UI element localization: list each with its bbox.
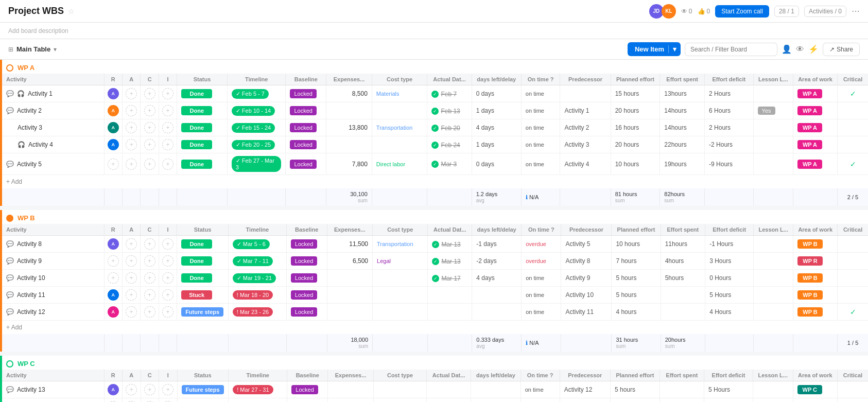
on-time-label: on time <box>526 125 544 131</box>
activity-name[interactable]: Activity 8 <box>17 240 42 248</box>
th-days: days left/delay <box>472 74 521 85</box>
chat-icon[interactable]: 💬 <box>6 107 14 114</box>
status-badge[interactable]: Done <box>181 106 212 115</box>
group-wpb: WP B Activity R A C I Status Timeline Ba… <box>0 210 868 352</box>
timeline-badge[interactable]: ! Mar 27 - 31 <box>233 385 273 394</box>
group-wpc: WP C Activity R A C I Status Timeline Ba… <box>0 356 868 402</box>
on-time-label: on time <box>525 387 544 393</box>
timeline-badge[interactable]: ✓ Feb 20 - 25 <box>232 140 275 150</box>
activity-name[interactable]: Activity 12 <box>17 308 45 316</box>
col-headers-wpb: Activity R A C I Status Timeline Baselin… <box>1 224 868 236</box>
group-wpa: WP A Activity R A C I Status Timeline Ba… <box>0 60 868 206</box>
sub-bar: Add board description <box>0 23 868 39</box>
add-row[interactable]: + Add <box>1 175 868 189</box>
chevron-down-icon[interactable]: ▾ <box>54 46 57 53</box>
group-toggle-wpa[interactable] <box>6 64 13 72</box>
main-table-label[interactable]: Main Table <box>16 45 50 53</box>
status-badge[interactable]: Future steps <box>182 385 224 394</box>
timeline-badge[interactable]: ✓ Feb 15 - 24 <box>232 123 275 133</box>
status-badge[interactable]: Done <box>181 160 212 169</box>
timeline-badge[interactable]: ✓ Mar 5 - 6 <box>233 239 270 249</box>
board-desc[interactable]: Add board description <box>8 27 68 34</box>
table-row: 💬 Activity 11 A+++Stuck! Mar 18 - 20Lock… <box>1 287 868 304</box>
timeline-badge[interactable]: ✓ Mar 7 - 11 <box>233 256 273 266</box>
search-input[interactable] <box>685 43 777 56</box>
status-badge[interactable]: Done <box>181 140 212 149</box>
status-badge[interactable]: Done <box>181 89 212 98</box>
table-container: WP A Activity R A C I Status Timeline Ba… <box>0 60 868 402</box>
area-badge: WP A <box>797 160 822 169</box>
chat-icon[interactable]: 💬 <box>6 257 14 265</box>
table-row: 💬 Activity 5 ++++Done✓ Feb 27 - Mar 3Loc… <box>1 153 868 175</box>
on-time-label: on time <box>526 161 544 167</box>
activity-name[interactable]: Activity 9 <box>17 257 42 265</box>
timeline-badge[interactable]: ! Mar 23 - 26 <box>233 307 273 317</box>
chat-icon[interactable]: 💬 <box>6 240 14 248</box>
status-badge[interactable]: Done <box>181 239 212 249</box>
group-name-wpa: WP A <box>18 64 34 72</box>
add-row[interactable]: + Add <box>1 321 868 335</box>
cost-type-badge[interactable]: Direct labor <box>376 161 405 167</box>
critical-check: ✓ <box>850 308 856 316</box>
locked-badge: Locked <box>291 290 317 300</box>
users-label: 28 / 1 <box>774 6 799 17</box>
eye-icon[interactable]: 👁 <box>796 45 804 54</box>
th-i: I <box>159 74 177 85</box>
timeline-badge[interactable]: ! Mar 18 - 20 <box>233 290 273 300</box>
area-badge: WP A <box>797 140 822 149</box>
chat-icon[interactable]: 💬 <box>6 161 14 168</box>
activity-name[interactable]: Activity 4 <box>28 141 53 148</box>
activity-name-cell: 💬 Activity 2 <box>1 102 104 119</box>
group-toggle-wpc[interactable] <box>6 360 13 368</box>
locked-badge: Locked <box>290 123 316 132</box>
filter-icon[interactable]: ⚡ <box>808 44 819 54</box>
status-badge[interactable]: Done <box>181 256 212 266</box>
zoom-btn[interactable]: Start Zoom call <box>715 5 769 18</box>
on-time-label: on time <box>526 309 544 315</box>
on-time-label: on time <box>526 292 544 298</box>
activity-name[interactable]: Activity 5 <box>17 161 42 168</box>
activity-name[interactable]: Activity 11 <box>17 291 45 299</box>
locked-badge: Locked <box>291 273 317 283</box>
chat-icon[interactable]: 💬 <box>6 90 14 97</box>
th-predecessor: Predecessor <box>560 74 611 85</box>
chat-icon[interactable]: 💬 <box>6 274 14 282</box>
table-row: 💬 Activity 13 A+++Future steps! Mar 27 -… <box>1 381 868 398</box>
activity-name-cell: Activity 3 <box>1 119 104 136</box>
grid-icon: ⊞ <box>8 46 13 53</box>
status-badge[interactable]: Future steps <box>181 307 223 317</box>
activity-name[interactable]: Activity 10 <box>17 274 45 282</box>
new-item-button[interactable]: New Item ▾ <box>628 42 681 56</box>
status-badge[interactable]: Stuck <box>181 290 212 300</box>
timeline-badge[interactable]: ✓ Feb 10 - 14 <box>232 106 275 116</box>
locked-badge: Locked <box>290 140 316 149</box>
timeline-badge[interactable]: ✓ Feb 27 - Mar 3 <box>232 156 282 172</box>
chat-icon[interactable]: 💬 <box>6 308 14 316</box>
activity-name[interactable]: Activity 1 <box>28 90 53 97</box>
cost-type-badge[interactable]: Transportation <box>377 241 413 247</box>
group-toggle-wpb[interactable] <box>6 215 13 222</box>
cost-type-badge[interactable]: Materials <box>376 91 400 97</box>
cost-type-badge[interactable]: Transportation <box>376 125 413 131</box>
status-badge[interactable]: Done <box>181 123 212 132</box>
timeline-badge[interactable]: ✓ Mar 19 - 21 <box>233 273 276 283</box>
th-costtype: Cost type <box>372 74 427 85</box>
star-icon[interactable]: ☆ <box>68 7 75 15</box>
chat-icon[interactable]: 💬 <box>6 386 14 393</box>
table-row: 💬 Activity 9 ++++Done✓ Mar 7 - 11Locked6… <box>1 253 868 270</box>
locked-badge: Locked <box>291 256 317 266</box>
cost-type-badge[interactable]: Legal <box>377 258 391 264</box>
chat-icon[interactable]: 💬 <box>6 291 14 299</box>
activity-name[interactable]: Activity 2 <box>17 107 42 114</box>
share-button[interactable]: ↗Share <box>823 43 860 56</box>
col-headers-wpa: Activity R A C I Status Timeline Baselin… <box>1 74 868 85</box>
timeline-badge[interactable]: ✓ Feb 5 - 7 <box>232 89 269 99</box>
person-icon[interactable]: 👤 <box>782 44 792 54</box>
sum-row: 18,000sum 0.333 daysavg ℹ N/A 31 hourssu… <box>1 334 868 352</box>
activity-name[interactable]: Activity 13 <box>17 386 45 393</box>
status-badge[interactable]: Done <box>181 273 212 283</box>
table-wpc: Activity R A C I Status Timeline Baselin… <box>0 370 868 402</box>
more-icon[interactable]: ⋯ <box>852 6 860 16</box>
on-time-label: overdue <box>526 258 546 264</box>
activity-name[interactable]: Activity 3 <box>18 124 42 131</box>
